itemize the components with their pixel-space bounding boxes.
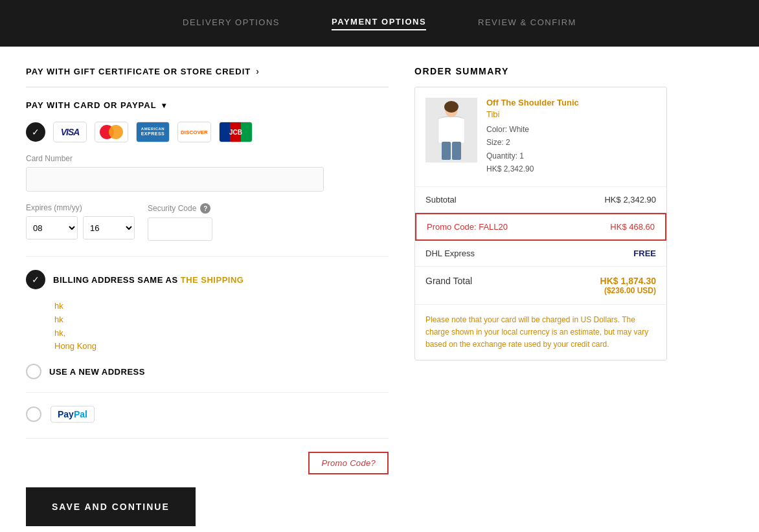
svg-rect-4 xyxy=(442,142,451,160)
nav-payment[interactable]: PAYMENT OPTIONS xyxy=(332,17,426,30)
expiry-field: Expires (mm/yy) 08 16 xyxy=(26,203,135,239)
gift-cert-section[interactable]: PAY WITH GIFT CERTIFICATE OR STORE CREDI… xyxy=(26,66,389,87)
month-select[interactable]: 08 xyxy=(26,216,78,239)
divider-2 xyxy=(26,392,389,393)
product-brand: Tibi xyxy=(486,109,656,119)
discover-icon[interactable]: DISCOVER xyxy=(177,122,211,142)
subtotal-value: HK$ 2,342.90 xyxy=(604,195,656,205)
security-field: Security Code ? xyxy=(148,203,212,241)
product-size: Size: 2 xyxy=(486,136,656,149)
amex-icon[interactable]: AMERICANEXPRESS xyxy=(136,122,170,142)
billing-highlight: THE SHIPPING xyxy=(181,275,244,285)
product-row: Off The Shoulder Tunic Tibi Color: White… xyxy=(415,87,666,187)
security-label: Security Code xyxy=(148,204,196,213)
address-line-4: Hong Kong xyxy=(54,340,389,353)
product-qty: Quantity: 1 xyxy=(486,150,656,162)
right-panel: ORDER SUMMARY xyxy=(414,66,667,526)
new-address-label: USE A NEW ADDRESS xyxy=(49,367,145,377)
top-nav: DELIVERY OPTIONS PAYMENT OPTIONS REVIEW … xyxy=(0,0,759,47)
grand-total-usd: ($236.00 USD) xyxy=(600,286,656,295)
expiry-security-row: Expires (mm/yy) 08 16 Security Code ? xyxy=(26,203,389,241)
paypal-row: PayPal xyxy=(26,406,389,423)
grand-total-label: Grand Total xyxy=(425,276,472,286)
card-number-input[interactable] xyxy=(26,167,324,192)
gift-cert-label: PAY WITH GIFT CERTIFICATE OR STORE CREDI… xyxy=(26,67,251,76)
promo-applied-value: HK$ 468.60 xyxy=(610,222,655,232)
expires-label: Expires (mm/yy) xyxy=(26,203,135,212)
product-image xyxy=(425,98,477,162)
product-info: Off The Shoulder Tunic Tibi Color: White… xyxy=(486,98,656,176)
jcb-icon[interactable]: JCB xyxy=(219,122,253,142)
divider-3 xyxy=(26,438,389,439)
order-summary-title: ORDER SUMMARY xyxy=(414,66,667,76)
address-line-3: hk, xyxy=(54,327,389,340)
new-address-radio[interactable] xyxy=(26,364,41,379)
card-selected-check[interactable]: ✓ xyxy=(26,122,45,142)
new-address-row[interactable]: USE A NEW ADDRESS xyxy=(26,364,389,379)
product-color: Color: White xyxy=(486,123,656,136)
promo-applied-label: Promo Code: FALL20 xyxy=(427,222,508,232)
pay-card-label: PAY WITH CARD OR PAYPAL xyxy=(26,100,157,110)
product-name: Off The Shoulder Tunic xyxy=(486,98,656,107)
svg-rect-3 xyxy=(438,117,464,143)
help-icon[interactable]: ? xyxy=(200,203,210,214)
shipping-value: FREE xyxy=(633,249,656,258)
paypal-logo[interactable]: PayPal xyxy=(51,406,95,423)
address-line-1: hk xyxy=(54,300,389,313)
address-line-2: hk xyxy=(54,313,389,327)
svg-rect-5 xyxy=(452,142,461,160)
year-select[interactable]: 16 xyxy=(83,216,135,239)
card-number-label: Card Number xyxy=(26,154,389,163)
product-price: HK$ 2,342.90 xyxy=(486,162,656,175)
disclaimer: Please note that your card will be charg… xyxy=(415,305,666,360)
billing-checkbox[interactable]: ✓ xyxy=(26,270,45,289)
security-code-input[interactable] xyxy=(148,217,212,241)
left-panel: PAY WITH GIFT CERTIFICATE OR STORE CREDI… xyxy=(26,66,389,526)
grand-total-row: Grand Total HK$ 1,874.30 ($236.00 USD) xyxy=(415,267,666,305)
promo-code-row: Promo Code? xyxy=(26,452,389,474)
grand-total-values: HK$ 1,874.30 ($236.00 USD) xyxy=(600,276,656,295)
mastercard-icon[interactable] xyxy=(95,122,128,142)
billing-text: BILLING ADDRESS SAME AS THE SHIPPING xyxy=(53,275,244,285)
grand-total-hkd: HK$ 1,874.30 xyxy=(600,276,656,286)
order-summary-box: Off The Shoulder Tunic Tibi Color: White… xyxy=(414,87,667,360)
visa-card-icon[interactable]: VISA xyxy=(53,122,87,142)
chevron-right-icon: › xyxy=(256,66,260,76)
paypal-radio[interactable] xyxy=(26,406,41,422)
promo-code-button[interactable]: Promo Code? xyxy=(308,452,389,474)
divider-1 xyxy=(26,256,389,257)
shipping-row: DHL Express FREE xyxy=(415,241,666,267)
chevron-down-icon: ▾ xyxy=(162,101,166,110)
address-lines: hk hk hk, Hong Kong xyxy=(54,300,389,353)
subtotal-row: Subtotal HK$ 2,342.90 xyxy=(415,187,666,213)
nav-delivery[interactable]: DELIVERY OPTIONS xyxy=(183,17,280,30)
svg-point-2 xyxy=(444,101,459,113)
pay-card-header[interactable]: PAY WITH CARD OR PAYPAL ▾ xyxy=(26,100,389,110)
save-continue-button[interactable]: SAVE AND CONTINUE xyxy=(26,487,196,526)
subtotal-label: Subtotal xyxy=(425,195,457,205)
promo-code-applied-row: Promo Code: FALL20 HK$ 468.60 xyxy=(415,213,666,241)
billing-address-row: ✓ BILLING ADDRESS SAME AS THE SHIPPING xyxy=(26,270,389,289)
expiry-selects: 08 16 xyxy=(26,216,135,239)
card-number-field: Card Number xyxy=(26,154,389,203)
nav-review[interactable]: REVIEW & CONFIRM xyxy=(478,17,576,30)
shipping-label: DHL Express xyxy=(425,249,475,258)
card-icons-row: ✓ VISA AMERICANEXPRESS DISCOVER JCB xyxy=(26,122,389,142)
